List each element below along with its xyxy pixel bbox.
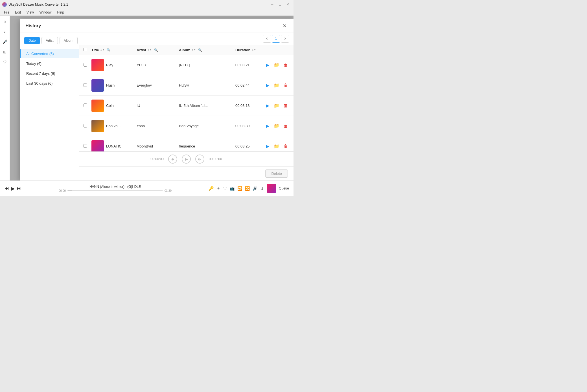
player-bar-add-icon[interactable]: ＋ [216,186,220,191]
left-panel: Date Artist Album All Converted (6) Toda… [20,32,79,180]
player-bar-queue-button[interactable]: Queue [279,186,289,190]
row-duration-2: 00:03:13 [235,103,264,108]
album-sort-icon[interactable]: ▲▼ [191,49,196,51]
player-bar-play[interactable]: ▶ [11,186,15,191]
folder-button-0[interactable]: 📁 [273,62,280,69]
delete-button-2[interactable]: 🗑 [282,102,289,109]
menu-edit[interactable]: Edit [12,10,24,15]
song-title-4: LUNATIC [106,144,122,148]
sidebar-icon-grid[interactable]: ⊞ [1,49,8,55]
row-checkbox-2[interactable] [84,103,87,107]
row-duration-4: 00:03:25 [235,144,264,148]
play-button-4[interactable]: ▶ [264,143,271,150]
title-search-icon[interactable]: 🔍 [107,48,111,52]
header-duration-cell: Duration ▲▼ [235,48,289,52]
artist-search-icon[interactable]: 🔍 [154,48,158,52]
row-album-4: 6equence [179,144,235,148]
folder-button-2[interactable]: 📁 [273,102,280,109]
row-checkbox-0[interactable] [84,63,87,67]
row-album-0: [REC.] [179,63,235,67]
modal-close-button[interactable]: ✕ [281,23,288,29]
player-bar-equalizer-icon[interactable]: 🎚 [260,186,264,191]
album-search-icon[interactable]: 🔍 [198,48,202,52]
song-thumbnail-0 [91,59,104,71]
artist-sort-icon[interactable]: ▲▼ [147,49,152,51]
select-all-checkbox[interactable] [84,48,87,51]
row-title-cell-0: Play [91,59,137,71]
row-checkbox-3[interactable] [84,124,87,127]
delete-button-0[interactable]: 🗑 [282,62,289,69]
minimize-button[interactable]: ─ [269,1,275,8]
sidebar-icon-home[interactable]: ⌂ [1,18,8,25]
player-bar-next[interactable]: ⏭ [17,186,21,191]
player-bar-key-icon[interactable]: 🔑 [209,186,214,191]
delete-button-4[interactable]: 🗑 [282,143,289,150]
play-button-2[interactable]: ▶ [264,102,271,109]
delete-button-3[interactable]: 🗑 [282,123,289,129]
song-thumbnail-2 [91,100,104,112]
row-artist-2: IU [137,103,179,108]
menu-help[interactable]: Help [54,10,67,15]
row-checkbox-cell-1 [84,83,91,88]
sidebar-icon-favorites[interactable]: ♡ [1,59,8,65]
row-duration-1: 00:02:44 [235,83,264,87]
queue-label: Queue [279,186,289,190]
pagination-next[interactable]: > [281,35,289,43]
modal-footer: Delete [79,167,294,180]
player-bar-prev[interactable]: ⏮ [5,186,9,191]
player-play-button[interactable]: ▶ [182,155,191,164]
sidebar-icon-music[interactable]: ♪ [1,28,8,35]
right-panel: < 1 > Title [79,32,294,180]
menu-view[interactable]: View [24,10,37,15]
maximize-button[interactable]: □ [277,1,283,8]
player-bar-queue-avatar [267,184,276,193]
menu-file[interactable]: File [1,10,12,15]
row-duration-3: 00:03:39 [235,124,264,128]
filter-tabs: Date Artist Album [20,37,79,48]
play-button-0[interactable]: ▶ [264,62,271,69]
row-checkbox-4[interactable] [84,144,87,148]
filter-tab-album[interactable]: Album [60,37,78,44]
folder-button-1[interactable]: 📁 [273,82,280,89]
folder-button-3[interactable]: 📁 [273,123,280,129]
row-checkbox-1[interactable] [84,83,87,87]
play-button-1[interactable]: ▶ [264,82,271,89]
app-title: UkeySoft Deezer Music Converter 1.2.1 [8,3,269,6]
folder-button-4[interactable]: 📁 [273,143,280,150]
player-next-button[interactable]: ⏭ [195,155,204,164]
player-bar-repeat-icon[interactable]: 🔁 [237,186,242,191]
row-album-1: HUSH [179,83,235,87]
player-prev-button[interactable]: ⏮ [168,155,177,164]
title-bar: UkeySoft Deezer Music Converter 1.2.1 ─ … [0,0,294,9]
delete-button-1[interactable]: 🗑 [282,82,289,89]
play-button-3[interactable]: ▶ [264,123,271,129]
player-bar-controls: ⏮ ▶ ⏭ [5,186,21,191]
row-actions-4: ▶ 📁 🗑 [264,143,289,150]
sidebar-icon-mic[interactable]: 🎤 [1,38,8,45]
nav-all-converted[interactable]: All Converted (6) [20,49,79,58]
player-bar-cast-icon[interactable]: 📺 [230,186,235,191]
player-bar-heart-icon[interactable]: ♡ [223,186,227,191]
filter-tab-artist[interactable]: Artist [41,37,58,44]
header-album-cell: Album ▲▼ 🔍 [179,48,235,52]
filter-tab-date[interactable]: Date [24,37,40,44]
player-bar-volume-icon[interactable]: 🔊 [253,186,257,191]
menu-window[interactable]: Window [37,10,54,15]
nav-today[interactable]: Today (6) [20,59,79,68]
header-title-label: Title [91,48,99,52]
player-bar-shuffle-icon[interactable]: 🔀 [245,186,250,191]
row-album-3: Bon Voyage [179,124,235,128]
row-artist-1: Everglow [137,83,179,87]
pagination-current[interactable]: 1 [272,35,280,43]
progress-track[interactable] [67,190,163,191]
nav-last-30[interactable]: Last 30 days (6) [20,79,79,88]
nav-recent-7[interactable]: Recent 7 days (6) [20,69,79,78]
title-sort-icon[interactable]: ▲▼ [100,49,105,51]
player-bar-time-end: 03:39 [165,189,172,192]
pagination-prev[interactable]: < [263,35,271,43]
song-title-2: Coin [106,103,114,108]
duration-sort-icon[interactable]: ▲▼ [251,49,256,51]
sidebar: ⌂ ♪ 🎤 ⊞ ♡ [0,16,10,180]
close-window-button[interactable]: ✕ [284,1,291,8]
header-duration-label: Duration [235,48,250,52]
